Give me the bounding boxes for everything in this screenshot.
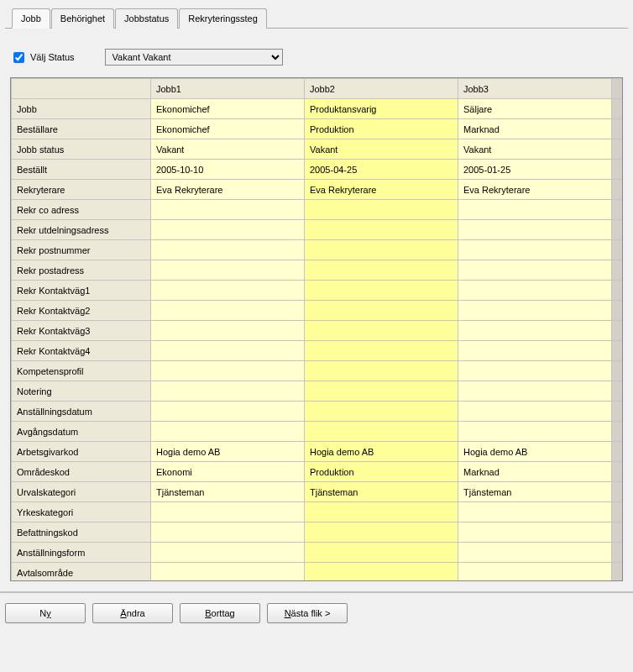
grid-cell[interactable]	[458, 381, 612, 402]
grid-cell[interactable]	[305, 563, 458, 582]
grid-cell[interactable]	[151, 341, 305, 361]
grid-cell[interactable]	[305, 220, 458, 240]
grid-cell[interactable]	[151, 402, 305, 422]
grid-cell[interactable]	[458, 260, 612, 281]
grid-cell[interactable]	[305, 402, 458, 422]
tab-rekryteringssteg[interactable]: Rekryteringssteg	[179, 8, 267, 29]
tab-jobbstatus[interactable]: Jobbstatus	[115, 8, 178, 29]
grid-cell[interactable]	[151, 422, 305, 442]
grid-cell[interactable]	[458, 402, 612, 422]
grid-cell[interactable]	[305, 502, 458, 522]
tab-jobb[interactable]: Jobb	[12, 8, 50, 29]
grid-cell[interactable]	[151, 240, 305, 260]
grid-cell[interactable]	[458, 341, 612, 361]
grid-cell[interactable]	[151, 321, 305, 341]
grid-cell[interactable]: Ekonomichef	[151, 99, 305, 119]
grid-cell[interactable]	[305, 381, 458, 402]
scrollbar-track[interactable]	[612, 321, 624, 341]
grid-cell[interactable]	[458, 502, 612, 522]
scrollbar-track[interactable]	[612, 442, 624, 462]
grid-cell[interactable]: Hogia demo AB	[151, 442, 305, 462]
grid-cell[interactable]	[151, 200, 305, 220]
grid-cell[interactable]	[458, 563, 612, 582]
col-header-jobb2[interactable]: Jobb2	[305, 79, 458, 99]
grid-cell[interactable]	[305, 522, 458, 543]
col-header-jobb1[interactable]: Jobb1	[151, 79, 305, 99]
grid-cell[interactable]: Produktansvarig	[305, 99, 458, 119]
grid-cell[interactable]	[151, 543, 305, 563]
grid-cell[interactable]: Tjänsteman	[151, 482, 305, 502]
grid-cell[interactable]	[458, 422, 612, 442]
grid-cell[interactable]	[458, 301, 612, 321]
nasta-flik-button[interactable]: Nästa flik >	[267, 603, 348, 623]
col-header-jobb3[interactable]: Jobb3	[458, 79, 612, 99]
valj-status-checkbox-wrap[interactable]: Välj Status	[10, 50, 75, 66]
grid-cell[interactable]: Eva Rekryterare	[305, 180, 458, 200]
scrollbar-track[interactable]	[612, 160, 624, 180]
scrollbar-track[interactable]	[612, 543, 624, 563]
scrollbar-track[interactable]	[612, 341, 624, 361]
grid-cell[interactable]: 2005-01-25	[458, 160, 612, 180]
scrollbar-track[interactable]	[612, 381, 624, 402]
grid-cell[interactable]: Säljare	[458, 99, 612, 119]
grid-cell[interactable]: Tjänsteman	[458, 482, 612, 502]
grid-cell[interactable]	[458, 200, 612, 220]
grid-cell[interactable]	[458, 321, 612, 341]
grid-cell[interactable]	[305, 200, 458, 220]
grid-cell[interactable]: 2005-10-10	[151, 160, 305, 180]
scrollbar-track[interactable]	[612, 139, 624, 160]
scrollbar-track[interactable]	[612, 422, 624, 442]
grid-cell[interactable]	[458, 220, 612, 240]
grid-cell[interactable]	[458, 281, 612, 301]
grid-cell[interactable]	[151, 260, 305, 281]
grid-cell[interactable]: Hogia demo AB	[305, 442, 458, 462]
grid-cell[interactable]	[305, 240, 458, 260]
scrollbar-track[interactable]	[612, 180, 624, 200]
scrollbar-track[interactable]	[612, 502, 624, 522]
grid-cell[interactable]: Produktion	[305, 119, 458, 139]
tab-behorighet[interactable]: Behörighet	[51, 8, 114, 29]
grid-cell[interactable]	[458, 543, 612, 563]
grid-cell[interactable]	[305, 422, 458, 442]
grid-cell[interactable]: Ekonomi	[151, 462, 305, 482]
grid-cell[interactable]	[151, 220, 305, 240]
andra-button[interactable]: Ändra	[92, 603, 173, 623]
grid-cell[interactable]: Vakant	[458, 139, 612, 160]
scrollbar-track[interactable]	[612, 240, 624, 260]
grid-cell[interactable]	[305, 361, 458, 381]
grid-cell[interactable]	[151, 381, 305, 402]
grid-cell[interactable]	[305, 321, 458, 341]
scrollbar-track[interactable]	[612, 281, 624, 301]
grid-cell[interactable]	[151, 301, 305, 321]
grid-cell[interactable]	[151, 361, 305, 381]
grid-cell[interactable]: Marknad	[458, 119, 612, 139]
grid-cell[interactable]	[305, 260, 458, 281]
scrollbar-track[interactable]	[612, 522, 624, 543]
grid-cell[interactable]	[305, 301, 458, 321]
scrollbar-track[interactable]	[612, 361, 624, 381]
grid-cell[interactable]	[151, 281, 305, 301]
grid-cell[interactable]: Vakant	[151, 139, 305, 160]
grid-cell[interactable]	[305, 281, 458, 301]
borttag-button[interactable]: Borttag	[180, 603, 260, 623]
grid-cell[interactable]	[151, 502, 305, 522]
grid-cell[interactable]	[151, 563, 305, 582]
grid-cell[interactable]: Eva Rekryterare	[458, 180, 612, 200]
scrollbar-track[interactable]	[612, 119, 624, 139]
grid-cell[interactable]: Marknad	[458, 462, 612, 482]
scrollbar-track[interactable]	[612, 260, 624, 281]
grid-cell[interactable]: Tjänsteman	[305, 482, 458, 502]
grid-cell[interactable]: Ekonomichef	[151, 119, 305, 139]
scrollbar-track[interactable]	[612, 99, 624, 119]
scrollbar-track[interactable]	[612, 220, 624, 240]
scrollbar-track[interactable]	[612, 402, 624, 422]
grid-cell[interactable]: Produktion	[305, 462, 458, 482]
grid-cell[interactable]	[305, 341, 458, 361]
grid-cell[interactable]	[458, 361, 612, 381]
valj-status-checkbox[interactable]	[13, 52, 24, 63]
scrollbar-track[interactable]	[612, 563, 624, 582]
grid-cell[interactable]: Vakant	[305, 139, 458, 160]
scrollbar-track[interactable]	[612, 301, 624, 321]
status-select[interactable]: Vakant Vakant	[105, 49, 283, 66]
scrollbar-track[interactable]	[612, 200, 624, 220]
